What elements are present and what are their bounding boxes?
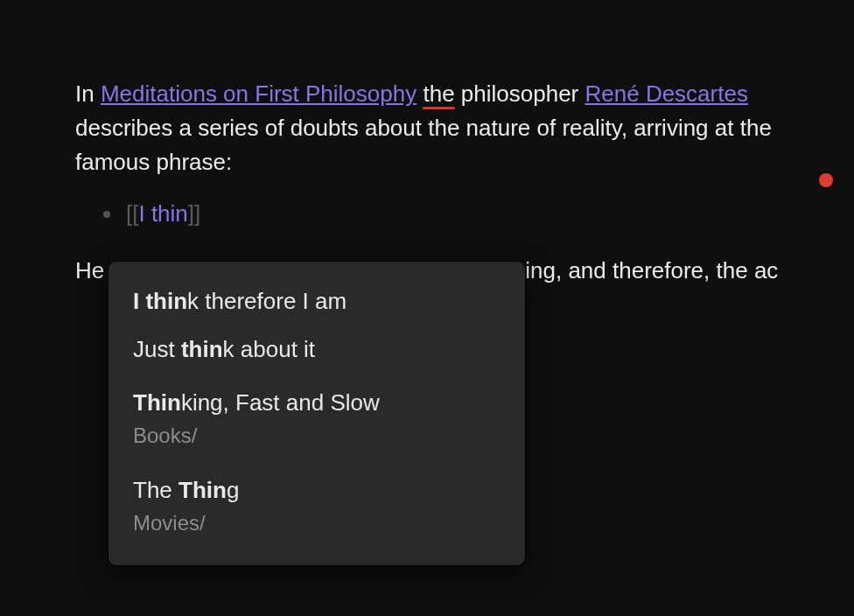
autocomplete-item[interactable]: Thinking, Fast and Slow Books/ — [108, 374, 525, 460]
autocomplete-item-title: Thinking, Fast and Slow — [133, 388, 500, 418]
autocomplete-item[interactable]: I think therefore I am — [108, 277, 525, 326]
autocomplete-item-title: Just think about it — [133, 334, 500, 365]
text-span: In — [75, 80, 101, 107]
link-descartes[interactable]: René Descartes — [585, 80, 748, 107]
link-meditations[interactable]: Meditations on First Philosophy — [101, 80, 416, 107]
spellcheck-word[interactable]: the — [423, 80, 454, 107]
text-span: philosopher — [455, 80, 585, 107]
bullet-icon — [103, 211, 110, 218]
text-span: He — [75, 257, 104, 284]
bullet-line[interactable]: [[I thin]] — [103, 197, 779, 231]
wikilink-open-bracket: [[ — [126, 197, 138, 231]
autocomplete-item-path: Books/ — [133, 422, 500, 450]
autocomplete-item[interactable]: The Thing Movies/ — [108, 461, 525, 548]
paragraph-1: In Meditations on First Philosophy the p… — [75, 77, 779, 179]
unsaved-indicator-icon — [819, 173, 833, 187]
autocomplete-item[interactable]: Just think about it — [108, 326, 525, 374]
autocomplete-item-title: The Thing — [133, 475, 500, 506]
wikilink-close-bracket: ]] — [188, 197, 200, 231]
autocomplete-popup: I think therefore I am Just think about … — [108, 261, 526, 566]
wikilink-query-text[interactable]: I thin — [138, 197, 187, 231]
text-span: describes a series of doubts about the n… — [75, 115, 772, 175]
autocomplete-item-title: I think therefore I am — [133, 286, 500, 317]
text-span: king, and therefore, the ac — [514, 257, 778, 284]
autocomplete-item-path: Movies/ — [133, 509, 500, 537]
editor-page: In Meditations on First Philosophy the p… — [0, 0, 854, 288]
